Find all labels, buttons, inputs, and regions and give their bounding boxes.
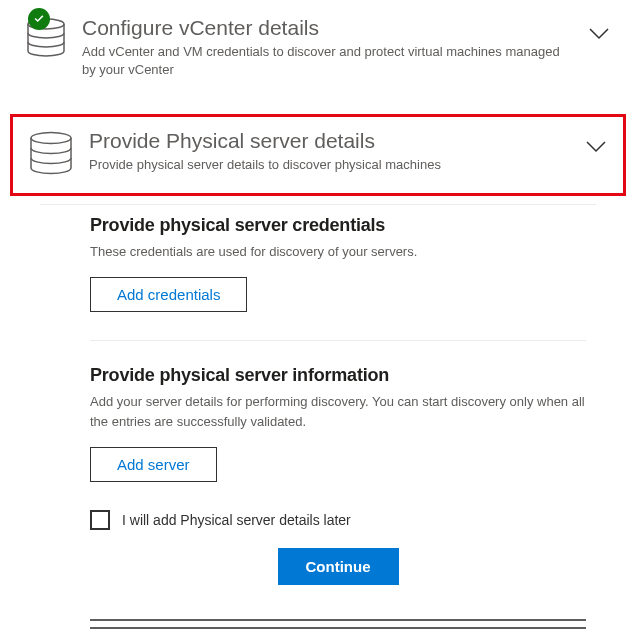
checkbox-icon[interactable]	[90, 510, 110, 530]
divider	[90, 627, 586, 629]
credentials-block: Provide physical server credentials Thes…	[90, 215, 586, 313]
section-physical-title: Provide Physical server details	[89, 127, 573, 154]
database-icon	[27, 131, 75, 179]
continue-button[interactable]: Continue	[278, 548, 399, 585]
add-later-checkbox-label: I will add Physical server details later	[122, 512, 351, 528]
chevron-down-icon[interactable]	[583, 133, 609, 163]
chevron-down-icon[interactable]	[586, 20, 612, 50]
information-description: Add your server details for performing d…	[90, 392, 586, 431]
add-later-checkbox-row[interactable]: I will add Physical server details later	[90, 510, 586, 530]
section-vcenter-subtitle: Add vCenter and VM credentials to discov…	[82, 43, 576, 79]
credentials-heading: Provide physical server credentials	[90, 215, 586, 236]
section-physical[interactable]: Provide Physical server details Provide …	[10, 114, 626, 196]
section-physical-subtitle: Provide physical server details to disco…	[89, 156, 573, 174]
divider	[90, 340, 586, 341]
section-vcenter-title: Configure vCenter details	[82, 14, 576, 41]
svg-point-1	[31, 132, 71, 143]
section-vcenter[interactable]: Configure vCenter details Add vCenter an…	[10, 8, 626, 90]
divider	[90, 619, 586, 621]
credentials-description: These credentials are used for discovery…	[90, 242, 586, 262]
status-complete-icon	[28, 8, 50, 30]
information-block: Provide physical server information Add …	[90, 365, 586, 482]
add-credentials-button[interactable]: Add credentials	[90, 277, 247, 312]
information-heading: Provide physical server information	[90, 365, 586, 386]
add-server-button[interactable]: Add server	[90, 447, 217, 482]
